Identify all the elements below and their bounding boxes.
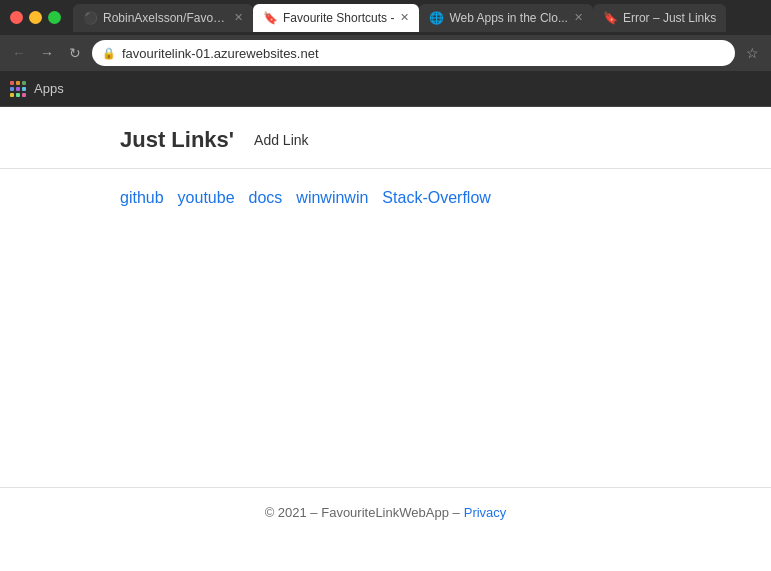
bookmark-icon-2: 🔖 [603, 11, 617, 25]
footer: © 2021 – FavouriteLinkWebApp – Privacy [0, 487, 771, 537]
globe-icon: 🌐 [429, 11, 443, 25]
apps-dot [22, 81, 26, 85]
github-icon: ⚫ [83, 11, 97, 25]
apps-dot [22, 93, 26, 97]
apps-label: Apps [34, 81, 64, 96]
bookmark-icon: 🔖 [263, 11, 277, 25]
apps-dot [16, 81, 20, 85]
apps-dot [10, 93, 14, 97]
links-list: github youtube docs winwinwin Stack-Over… [120, 189, 741, 207]
tab-web-apps[interactable]: 🌐 Web Apps in the Clo... ✕ [419, 4, 593, 32]
bookmark-star-button[interactable]: ☆ [741, 42, 763, 64]
tab-close-icon[interactable]: ✕ [400, 11, 409, 24]
link-stackoverflow[interactable]: Stack-Overflow [382, 189, 490, 207]
apps-grid-icon[interactable] [10, 81, 26, 97]
page-header: Just Links' Add Link [0, 107, 771, 169]
maximize-button[interactable] [48, 11, 61, 24]
page-title: Just Links' [120, 127, 234, 153]
tab-label: Web Apps in the Clo... [449, 11, 568, 25]
apps-dot [16, 93, 20, 97]
links-section: github youtube docs winwinwin Stack-Over… [0, 169, 771, 227]
back-button[interactable]: ← [8, 42, 30, 64]
link-youtube[interactable]: youtube [178, 189, 235, 207]
tab-error[interactable]: 🔖 Error – Just Links [593, 4, 726, 32]
apps-dot [16, 87, 20, 91]
reload-button[interactable]: ↻ [64, 42, 86, 64]
link-docs[interactable]: docs [249, 189, 283, 207]
lock-icon: 🔒 [102, 47, 116, 60]
tab-close-icon[interactable]: ✕ [574, 11, 583, 24]
tabs-bar: ⚫ RobinAxelsson/Favou... ✕ 🔖 Favourite S… [73, 0, 761, 35]
apps-dot [22, 87, 26, 91]
tab-label: Error – Just Links [623, 11, 716, 25]
tab-favourite-shortcuts[interactable]: 🔖 Favourite Shortcuts - ✕ [253, 4, 419, 32]
apps-bar: Apps [0, 71, 771, 107]
apps-dot [10, 87, 14, 91]
forward-button[interactable]: → [36, 42, 58, 64]
address-bar[interactable]: 🔒 favouritelink-01.azurewebsites.net [92, 40, 735, 66]
main-content: Just Links' Add Link github youtube docs… [0, 107, 771, 537]
copyright-text: © 2021 – FavouriteLinkWebApp – [265, 505, 460, 520]
link-winwinwin[interactable]: winwinwin [296, 189, 368, 207]
privacy-link[interactable]: Privacy [464, 505, 507, 520]
tab-close-icon[interactable]: ✕ [234, 11, 243, 24]
minimize-button[interactable] [29, 11, 42, 24]
titlebar: ⚫ RobinAxelsson/Favou... ✕ 🔖 Favourite S… [0, 0, 771, 35]
link-github[interactable]: github [120, 189, 164, 207]
url-text: favouritelink-01.azurewebsites.net [122, 46, 319, 61]
tab-github[interactable]: ⚫ RobinAxelsson/Favou... ✕ [73, 4, 253, 32]
address-bar-row: ← → ↻ 🔒 favouritelink-01.azurewebsites.n… [0, 35, 771, 71]
tab-label: RobinAxelsson/Favou... [103, 11, 228, 25]
apps-dot [10, 81, 14, 85]
close-button[interactable] [10, 11, 23, 24]
add-link-button[interactable]: Add Link [254, 132, 308, 148]
traffic-lights [10, 11, 61, 24]
tab-label: Favourite Shortcuts - [283, 11, 394, 25]
